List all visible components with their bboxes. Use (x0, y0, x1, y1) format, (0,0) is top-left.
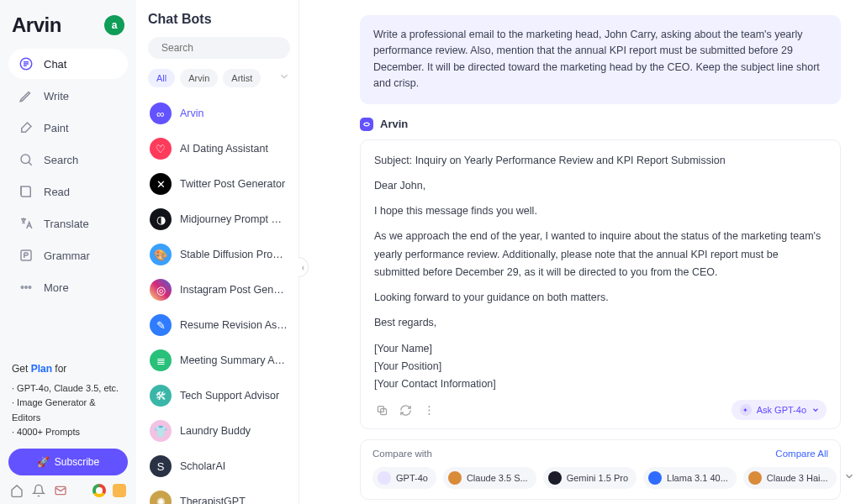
bot-item[interactable]: ◎Instagram Post Genera... (148, 272, 290, 307)
nav-item-paint[interactable]: Paint (8, 113, 128, 143)
model-chip[interactable]: Claude 3.5 S... (443, 467, 536, 489)
model-icon (448, 471, 462, 485)
bell-icon[interactable] (32, 484, 45, 497)
bot-item[interactable]: ≣Meeting Summary Assi... (148, 343, 290, 378)
mail-icon[interactable] (54, 484, 67, 497)
bot-item[interactable]: ✎Resume Revision Assis... (148, 307, 290, 343)
user-message: Write a professional email to the market… (360, 15, 841, 104)
nav-item-translate[interactable]: Translate (8, 208, 128, 239)
svg-point-4 (25, 286, 27, 288)
bot-item-label: TherapistGPT (180, 496, 246, 504)
bot-avatar-icon: S (150, 455, 172, 477)
model-chip[interactable]: Claude 3 Hai... (743, 467, 837, 489)
bot-item[interactable]: ∞Arvin (148, 96, 290, 131)
bot-item-label: Stable Diffusion Promp... (180, 249, 288, 260)
nav-label: Paint (44, 122, 69, 134)
ask-model-label: Ask GPT-4o (757, 405, 806, 415)
model-chip[interactable]: Gemini 1.5 Pro (543, 467, 637, 489)
dots-icon (18, 280, 34, 295)
copy-icon[interactable] (374, 402, 389, 417)
bot-item[interactable]: ♡AI Dating Assistant (148, 131, 290, 166)
bot-item-label: Resume Revision Assis... (180, 319, 288, 331)
bots-panel: Chat Bots AllArvinArtist ∞Arvin♡AI Datin… (136, 0, 299, 504)
nav-item-more[interactable]: More (8, 272, 128, 302)
bots-title: Chat Bots (148, 12, 290, 27)
nav-label: Grammar (44, 249, 90, 262)
bot-item-label: AI Dating Assistant (180, 143, 268, 155)
bot-item[interactable]: 🛠Tech Support Advisor (148, 378, 290, 413)
panel-collapse: ‹ (299, 0, 309, 504)
nav-item-search[interactable]: Search (8, 144, 128, 175)
nav-item-grammar[interactable]: Grammar (8, 240, 128, 270)
nav-item-chat[interactable]: Chat (8, 49, 128, 79)
nav-item-read[interactable]: Read (8, 176, 128, 207)
nav-label: More (44, 281, 69, 294)
bot-avatar-icon: 🎨 (150, 244, 172, 265)
compare-more-icon[interactable] (843, 470, 855, 486)
nav-label: Translate (44, 218, 89, 230)
user-avatar[interactable]: a (104, 15, 124, 35)
bots-search-input[interactable] (161, 42, 288, 54)
model-chip[interactable]: Llama 3.1 40... (643, 467, 737, 489)
bot-list: ∞Arvin♡AI Dating Assistant✕Twitter Post … (148, 96, 290, 504)
bot-reply-card: Subject: Inquiry on Yearly Performance R… (360, 139, 841, 430)
search-icon (18, 152, 34, 167)
reply-actions: Ask GPT-4o (374, 400, 827, 420)
bot-reply-body: Subject: Inquiry on Yearly Performance R… (374, 152, 827, 394)
model-icon (548, 471, 562, 485)
pen-icon (18, 88, 34, 103)
home-icon[interactable] (10, 484, 24, 497)
bot-filter-chips: AllArvinArtist (148, 69, 290, 87)
bot-reply-header: Arvin (360, 118, 841, 131)
filter-chip-all[interactable]: All (148, 69, 175, 87)
nav-label: Write (44, 90, 69, 102)
arvin-badge-icon (360, 118, 373, 131)
collapse-button[interactable]: ‹ (298, 257, 309, 277)
bot-item[interactable]: SScholarAI (148, 449, 290, 484)
bot-avatar-icon: ∞ (150, 102, 172, 124)
svg-point-12 (428, 413, 430, 415)
compare-model-row: GPT-4oClaude 3.5 S...Gemini 1.5 ProLlama… (372, 467, 828, 489)
bot-item[interactable]: 🎨Stable Diffusion Promp... (148, 237, 290, 272)
subscribe-button[interactable]: 🚀 Subscribe (8, 449, 128, 475)
book-icon (18, 184, 34, 199)
bot-avatar-icon: ✎ (150, 314, 172, 336)
nav-list: ChatWritePaintSearchReadTranslateGrammar… (8, 49, 128, 302)
model-icon (748, 471, 762, 485)
filter-chip-artist[interactable]: Artist (223, 69, 261, 87)
bot-item[interactable]: ◑Midjourney Prompt Ge... (148, 202, 290, 237)
filter-chip-arvin[interactable]: Arvin (180, 69, 218, 87)
bot-avatar-icon: ◎ (150, 279, 172, 301)
bot-item[interactable]: ✕Twitter Post Generator (148, 166, 290, 202)
model-chip-label: Claude 3.5 S... (467, 473, 528, 483)
bots-search[interactable] (148, 37, 290, 59)
app-logo: Arvin (12, 13, 61, 37)
model-icon (648, 471, 662, 485)
app-sidebar: Arvin a ChatWritePaintSearchReadTranslat… (0, 0, 136, 504)
model-chip-label: Claude 3 Hai... (767, 473, 828, 483)
chrome-icon[interactable] (92, 484, 106, 497)
svg-point-10 (428, 406, 430, 407)
nav-label: Search (44, 154, 78, 166)
bot-name: Arvin (380, 118, 408, 130)
compare-label: Compare with (372, 449, 432, 459)
ask-model-pill[interactable]: Ask GPT-4o (732, 400, 827, 420)
regenerate-icon[interactable] (398, 402, 413, 417)
more-icon[interactable] (421, 402, 436, 417)
lang-icon (18, 216, 34, 231)
model-chip[interactable]: GPT-4o (372, 467, 436, 489)
nav-item-write[interactable]: Write (8, 81, 128, 111)
bot-item[interactable]: 👕Laundry Buddy (148, 413, 290, 449)
chevron-down-icon (811, 406, 820, 414)
compare-all-link[interactable]: Compare All (775, 449, 828, 459)
bot-item[interactable]: ✺TherapistGPT (148, 484, 290, 504)
bot-item-label: Twitter Post Generator (180, 178, 285, 190)
model-chip-label: Gemini 1.5 Pro (567, 473, 628, 483)
rocket-icon: 🚀 (37, 456, 50, 468)
filter-expand-icon[interactable] (278, 71, 290, 86)
svg-point-11 (428, 409, 430, 411)
bottom-tray (8, 484, 128, 497)
subscribe-label: Subscribe (55, 456, 99, 468)
store-icon[interactable] (113, 484, 126, 497)
bot-avatar-icon: ♡ (150, 138, 172, 160)
